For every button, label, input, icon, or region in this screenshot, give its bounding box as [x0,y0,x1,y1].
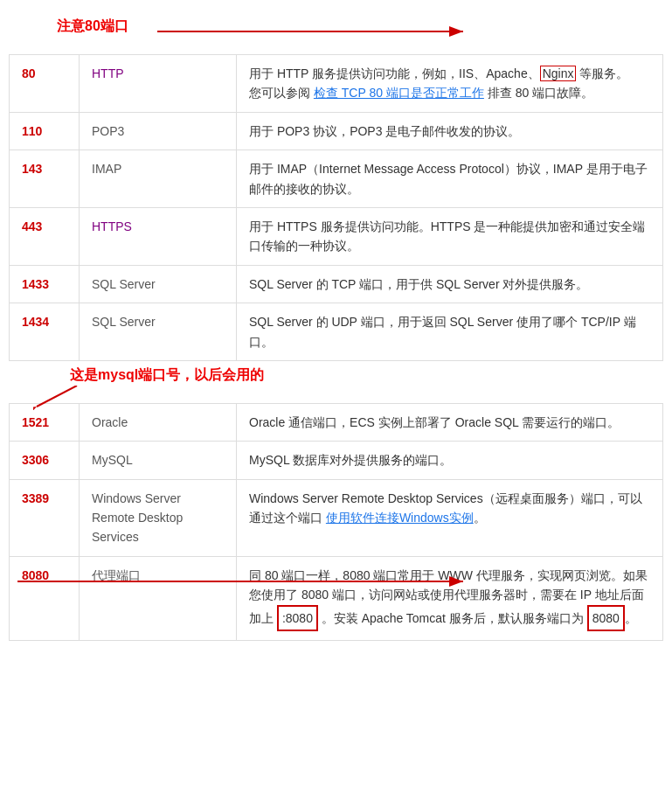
description: 用于 HTTPS 服务提供访问功能。HTTPS 是一种能提供加密和通过安全端口传… [237,207,663,265]
table-row: 3389 Windows Server Remote Desktop Servi… [10,479,663,556]
table-row: 1434 SQL Server SQL Server 的 UDP 端口，用于返回… [10,303,663,361]
service-name: SQL Server [80,265,237,303]
description: 用于 IMAP（Internet Message Access Protocol… [237,150,663,208]
table-row: 3306 MySQL MySQL 数据库对外提供服务的端口。 [10,442,663,479]
description: Oracle 通信端口，ECS 实例上部署了 Oracle SQL 需要运行的端… [237,403,663,441]
description: 用于 HTTP 服务提供访问功能，例如，IIS、Apache、Nginx 等服务… [237,55,663,113]
port-number: 3389 [10,479,80,556]
port-number: 1433 [10,265,80,303]
port-number: 8080 [10,556,80,640]
svg-line-3 [37,386,77,407]
table-row: 443 HTTPS 用于 HTTPS 服务提供访问功能。HTTPS 是一种能提供… [10,207,663,265]
port-8080-highlight: :8080 [277,605,318,631]
nginx-highlight: Nginx [540,66,577,81]
annotation-mysql-arrow [33,386,86,410]
table-row: 80 HTTP 用于 HTTP 服务提供访问功能，例如，IIS、Apache、N… [10,55,663,113]
port-number: 3306 [10,442,80,479]
service-name: SQL Server [80,303,237,361]
description: 同 80 端口一样，8080 端口常用于 WWW 代理服务，实现网页浏览。如果您… [237,556,663,640]
description: MySQL 数据库对外提供服务的端口。 [237,442,663,479]
table-row: 1433 SQL Server SQL Server 的 TCP 端口，用于供 … [10,265,663,303]
annotation-mysql-text: 这是mysql端口号，以后会用的 [70,366,264,385]
service-name: 代理端口 [80,556,237,640]
table-row: 143 IMAP 用于 IMAP（Internet Message Access… [10,150,663,208]
description: Windows Server Remote Desktop Services（远… [237,479,663,556]
annotation-80-arrow [157,21,472,42]
port-table-lower: 1521 Oracle Oracle 通信端口，ECS 实例上部署了 Oracl… [9,403,663,641]
table-row: 8080 代理端口 同 80 端口一样，8080 端口常用于 WWW 代理服务，… [10,556,663,640]
service-name: Windows Server Remote Desktop Services [80,479,237,556]
port-number: 80 [10,55,80,113]
port-number: 143 [10,150,80,208]
port-number: 110 [10,112,80,150]
service-name: POP3 [80,112,237,150]
description: 用于 POP3 协议，POP3 是电子邮件收发的协议。 [237,112,663,150]
service-name: MySQL [80,442,237,479]
annotation-80-text: 注意80端口 [57,17,128,36]
port-number: 443 [10,207,80,265]
table-row: 110 POP3 用于 POP3 协议，POP3 是电子邮件收发的协议。 [10,112,663,150]
port-number: 1434 [10,303,80,361]
service-name: HTTPS [80,207,237,265]
rdp-link[interactable]: 使用软件连接Windows实例 [326,511,474,525]
description: SQL Server 的 TCP 端口，用于供 SQL Server 对外提供服… [237,265,663,303]
table-row: 1521 Oracle Oracle 通信端口，ECS 实例上部署了 Oracl… [10,403,663,441]
service-name: Oracle [80,403,237,441]
description: SQL Server 的 UDP 端口，用于返回 SQL Server 使用了哪… [237,303,663,361]
tcp80-link[interactable]: 检查 TCP 80 端口是否正常工作 [314,86,484,100]
annotation-8080-arrow [17,571,472,592]
port-table: 80 HTTP 用于 HTTP 服务提供访问功能，例如，IIS、Apache、N… [9,54,663,361]
service-name: IMAP [80,150,237,208]
port-8080-highlight2: 8080 [587,605,625,631]
service-name: HTTP [80,55,237,113]
